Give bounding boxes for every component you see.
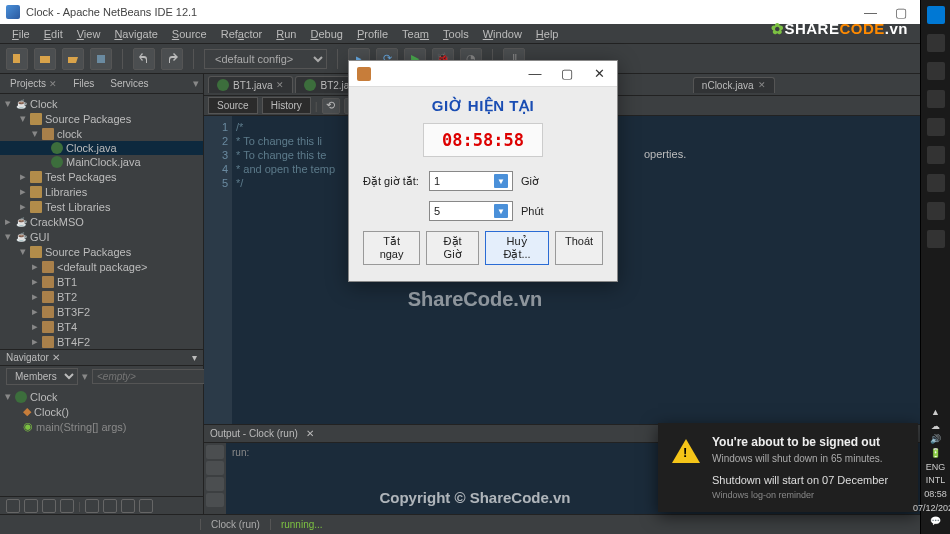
output-wrap-button[interactable] (206, 493, 224, 507)
toolbar-icon[interactable]: ⟲ (322, 98, 340, 114)
tab-files[interactable]: Files (67, 76, 100, 91)
menu-debug[interactable]: Debug (304, 26, 348, 42)
test-packages-node[interactable]: ▸Test Packages (0, 169, 203, 184)
menu-edit[interactable]: Edit (38, 26, 69, 42)
filter-icon-3[interactable] (42, 499, 56, 513)
file-mainclock-java[interactable]: MainClock.java (0, 155, 203, 169)
minimize-button[interactable]: — (864, 5, 877, 20)
filter-icon-4[interactable] (60, 499, 74, 513)
new-file-button[interactable] (6, 48, 28, 70)
output-title: Output - Clock (run) (210, 428, 298, 439)
undo-button[interactable] (133, 48, 155, 70)
libraries-node[interactable]: ▸Libraries (0, 184, 203, 199)
project-node-gui[interactable]: ▾☕GUI (0, 229, 203, 244)
project-node-clock[interactable]: ▾☕Clock (0, 96, 203, 111)
menu-profile[interactable]: Profile (351, 26, 394, 42)
minute-combobox[interactable]: 5▼ (429, 201, 513, 221)
system-tray[interactable]: ▲ ☁ 🔊 🔋 ENG INTL 08:58 07/12/2020 💬 (913, 405, 950, 534)
package-bt3f2[interactable]: ▸BT3F2 (0, 304, 203, 319)
code-content: /* * To change this li * To change this … (236, 120, 335, 190)
menu-source[interactable]: Source (166, 26, 213, 42)
filter-icon-6[interactable] (103, 499, 117, 513)
hour-combobox[interactable]: 1▼ (429, 171, 513, 191)
java-icon (357, 67, 371, 81)
members-select[interactable]: Members (6, 368, 78, 385)
close-icon[interactable]: ✕ (49, 79, 57, 89)
taskbar-icon[interactable] (927, 90, 945, 108)
taskbar-icon[interactable] (927, 202, 945, 220)
projects-tabs: Projects ✕ Files Services ▾ (0, 74, 203, 94)
sub-tab-source[interactable]: Source (208, 97, 258, 114)
open-button[interactable] (62, 48, 84, 70)
cancel-set-button[interactable]: Huỷ Đặt... (485, 231, 549, 265)
save-all-button[interactable] (90, 48, 112, 70)
shutdown-now-button[interactable]: Tắt ngay (363, 231, 420, 265)
menu-team[interactable]: Team (396, 26, 435, 42)
filter-icon-1[interactable] (6, 499, 20, 513)
menu-navigate[interactable]: Navigate (108, 26, 163, 42)
package-clock[interactable]: ▾clock (0, 126, 203, 141)
taskbar-icon[interactable] (927, 34, 945, 52)
taskbar-icon[interactable] (927, 62, 945, 80)
default-package[interactable]: ▸<default package> (0, 259, 203, 274)
package-bt4[interactable]: ▸BT4 (0, 319, 203, 334)
taskbar-icon[interactable] (927, 230, 945, 248)
close-icon[interactable]: ✕ (276, 80, 284, 90)
menu-file[interactable]: File (6, 26, 36, 42)
nav-class-clock[interactable]: ▾Clock (0, 389, 203, 404)
source-packages-node[interactable]: ▾Source Packages (0, 111, 203, 126)
package-bt1[interactable]: ▸BT1 (0, 274, 203, 289)
nav-main[interactable]: ◉ main(String[] args) (0, 419, 203, 434)
editor-tab-bt1[interactable]: BT1.java✕ (208, 76, 293, 93)
navigator-footer-icons: | (0, 496, 203, 514)
filter-icon-7[interactable] (121, 499, 135, 513)
package-bt4f2[interactable]: ▸BT4F2 (0, 334, 203, 349)
sub-tab-history[interactable]: History (262, 97, 311, 114)
app-maximize-button[interactable]: ▢ (551, 62, 583, 86)
close-icon[interactable]: ✕ (52, 352, 60, 363)
panel-menu-button[interactable]: ▾ (192, 352, 197, 363)
source-packages-gui[interactable]: ▾Source Packages (0, 244, 203, 259)
tab-projects[interactable]: Projects ✕ (4, 76, 63, 91)
menu-help[interactable]: Help (530, 26, 565, 42)
project-node-crackmso[interactable]: ▸☕CrackMSO (0, 214, 203, 229)
panel-menu-button[interactable]: ▾ (193, 77, 203, 90)
clock-heading: GIỜ HIỆN TẠI (363, 97, 603, 115)
editor-tab-nclock[interactable]: nClock.java✕ (693, 77, 775, 93)
menu-refactor[interactable]: Refactor (215, 26, 269, 42)
output-stop-button[interactable] (206, 461, 224, 475)
exit-button[interactable]: Thoát (555, 231, 603, 265)
app-minimize-button[interactable]: — (519, 62, 551, 86)
menu-window[interactable]: Window (477, 26, 528, 42)
output-rerun-button[interactable] (206, 445, 224, 459)
nav-ctor[interactable]: ◆ Clock() (0, 404, 203, 419)
taskbar-icon[interactable] (927, 118, 945, 136)
filter-icon-5[interactable] (85, 499, 99, 513)
taskbar-icon[interactable] (927, 146, 945, 164)
package-bt2[interactable]: ▸BT2 (0, 289, 203, 304)
taskbar-icon[interactable] (927, 174, 945, 192)
file-clock-java[interactable]: Clock.java (0, 141, 203, 155)
filter-icon-8[interactable] (139, 499, 153, 513)
menu-run[interactable]: Run (270, 26, 302, 42)
menu-view[interactable]: View (71, 26, 107, 42)
tab-services[interactable]: Services (104, 76, 154, 91)
output-clear-button[interactable] (206, 477, 224, 491)
close-icon[interactable]: ✕ (306, 428, 314, 439)
set-time-button[interactable]: Đặt Giờ (426, 231, 479, 265)
close-icon[interactable]: ✕ (758, 80, 766, 90)
menu-tools[interactable]: Tools (437, 26, 475, 42)
windows-start-icon[interactable] (927, 6, 945, 24)
maximize-button[interactable]: ▢ (895, 5, 907, 20)
clock-titlebar[interactable]: — ▢ ✕ (349, 61, 617, 87)
run-config-select[interactable]: <default config> (204, 49, 327, 69)
test-libraries-node[interactable]: ▸Test Libraries (0, 199, 203, 214)
app-close-button[interactable]: ✕ (583, 62, 615, 86)
clock-app-window: — ▢ ✕ GIỜ HIỆN TẠI 08:58:58 Đặt giờ tắt:… (348, 60, 618, 282)
warning-icon (672, 439, 700, 463)
windows-notification[interactable]: You're about to be signed out Windows wi… (658, 423, 918, 512)
code-trail: operties. (644, 148, 686, 160)
redo-button[interactable] (161, 48, 183, 70)
new-project-button[interactable] (34, 48, 56, 70)
filter-icon-2[interactable] (24, 499, 38, 513)
